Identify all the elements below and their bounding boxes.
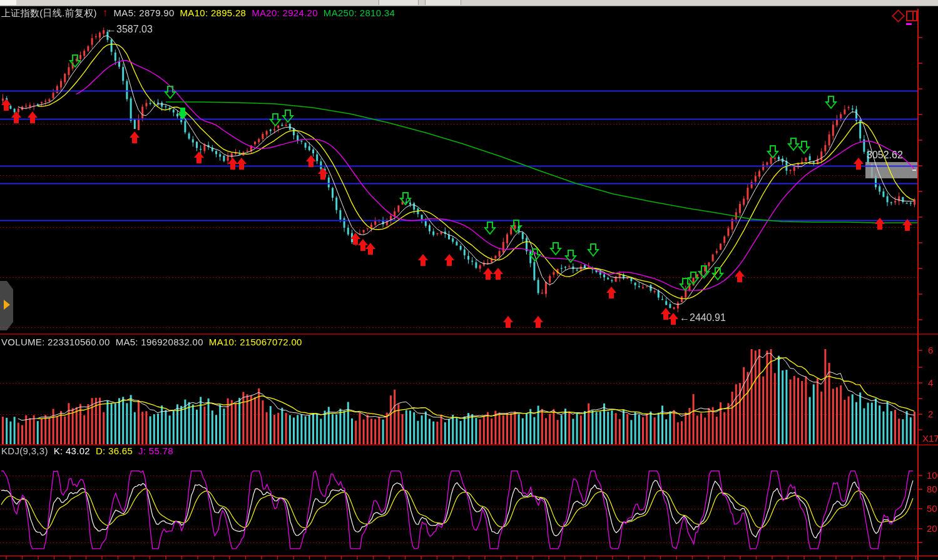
kdj-k-value: K: 43.02	[54, 445, 90, 456]
toolbar-button-strip-2[interactable]	[425, 0, 461, 5]
kdj-d-value: D: 36.65	[96, 445, 133, 456]
expand-arrow-icon	[4, 300, 10, 310]
ma20-value: MA20: 2924.20	[252, 8, 318, 18]
app-window: 上证指数(日线.前复权) ↑ MA5: 2879.90 MA10: 2895.2…	[0, 0, 938, 560]
volume-axis-label-6: 6	[928, 345, 933, 355]
diamond-tool-icon[interactable]	[894, 11, 903, 21]
kdj-axis-label-80: 80	[927, 484, 937, 494]
toolbar-corner-highlight	[0, 0, 16, 5]
trough-price-label: ←2440.91	[680, 312, 726, 323]
kdj-j-value: J: 55.78	[138, 445, 173, 456]
kdj-axis-label-20: 20	[927, 523, 937, 534]
kdj-title[interactable]: KDJ(9,3,3)	[1, 445, 48, 456]
ma5-value: MA5: 2879.90	[114, 8, 175, 18]
volume-axis-unit: X17	[922, 433, 938, 444]
ma10-value: MA10: 2895.28	[180, 8, 247, 18]
ma250-value: MA250: 2810.34	[324, 8, 395, 18]
buy-signal-arrow-icon: ↑	[103, 7, 108, 19]
toolbar-bottom-strip	[0, 0, 938, 6]
kdj-header: KDJ(9,3,3) K: 43.02 D: 36.65 J: 55.78	[1, 445, 173, 456]
volume-header: VOLUME: 223310560.00 MA5: 196920832.00 M…	[1, 337, 302, 347]
volume-ma10-value: MA10: 215067072.00	[209, 337, 302, 347]
index-title[interactable]: 上证指数(日线.前复权)	[1, 8, 97, 19]
magenta-marker-icon	[906, 23, 912, 25]
peak-price-label: ←3587.03	[106, 24, 153, 35]
toolbar-button-strip-1[interactable]	[379, 0, 419, 5]
kdj-axis-label-50: 50	[927, 503, 937, 514]
last-price-tag: 3052.62	[867, 150, 903, 161]
main-chart-header: 上证指数(日线.前复权) ↑ MA5: 2879.90 MA10: 2895.2…	[1, 7, 395, 19]
volume-axis-label-4: 4	[928, 377, 933, 388]
chart-canvas[interactable]	[0, 0, 938, 560]
kdj-axis-label-100: 100	[927, 470, 938, 481]
window-layout-icon[interactable]	[906, 11, 917, 21]
sidebar-expand-handle[interactable]	[0, 281, 13, 330]
volume-axis-label-2: 2	[928, 409, 933, 419]
volume-ma5-value: MA5: 196920832.00	[116, 337, 203, 347]
volume-value: VOLUME: 223310560.00	[1, 337, 110, 347]
